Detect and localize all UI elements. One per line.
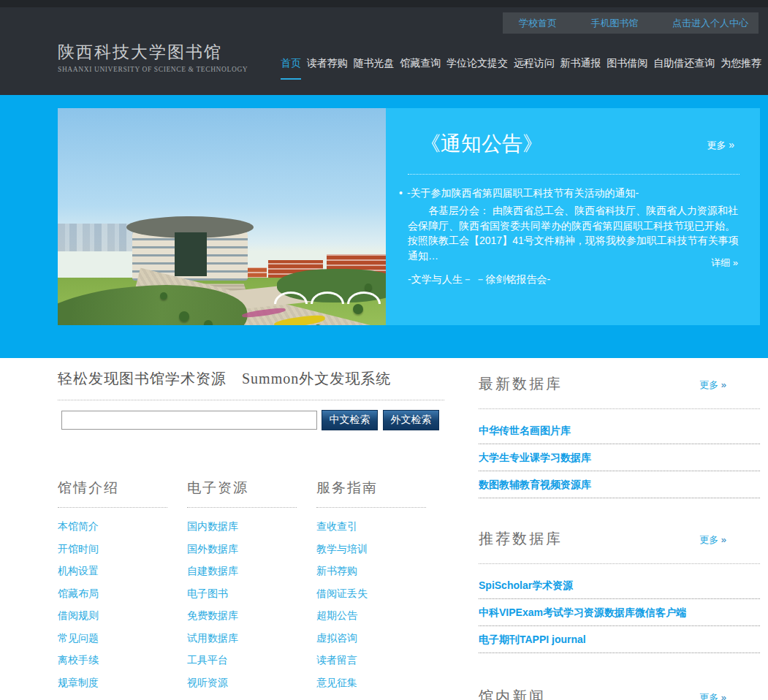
- nav-recommended-for-you[interactable]: 为您推荐: [721, 57, 761, 80]
- notice-item[interactable]: -文学与人生－ －徐剑铭报告会-: [408, 273, 550, 286]
- link-domestic-databases[interactable]: 国内数据库: [187, 520, 238, 532]
- foreign-search-button[interactable]: 外文检索: [383, 410, 439, 430]
- nav-home[interactable]: 首页: [281, 57, 301, 80]
- notice-panel-title: 《通知公告》: [420, 130, 543, 158]
- list-item: 自建数据库: [187, 560, 297, 582]
- database-list-item: 数图教辅教育视频资源库: [479, 471, 760, 498]
- topbar-link-school-home[interactable]: 学校首页: [519, 17, 557, 30]
- notice-item-title[interactable]: -关于参加陕西省第四届职工科技节有关活动的通知-: [407, 187, 639, 199]
- brand-title: 陕西科技大学图书馆: [58, 41, 248, 64]
- list-item: 规章制度: [58, 672, 167, 694]
- nav-reader-recommend[interactable]: 读者荐购: [307, 57, 348, 80]
- nav-book-cd[interactable]: 随书光盘: [354, 57, 395, 80]
- db-link-tappi-journal[interactable]: 电子期刊TAPPI journal: [479, 634, 586, 645]
- latest-databases-more-link[interactable]: 更多 »: [699, 378, 726, 392]
- db-link-vipexam-wechat[interactable]: 中科VIPExam考试学习资源数据库微信客户端: [479, 606, 686, 618]
- database-list-item: 电子期刊TAPPI journal: [479, 626, 760, 653]
- database-list-item: 中科VIPExam考试学习资源数据库微信客户端: [479, 599, 760, 626]
- nav-remote-access[interactable]: 远程访问: [514, 57, 555, 80]
- database-list-item: 中华传世名画图片库: [479, 417, 760, 444]
- column-divider: [58, 507, 167, 508]
- link-feedback[interactable]: 意见征集: [316, 677, 357, 688]
- header-top-strip: [0, 0, 768, 7]
- column-library-intro: 馆情介绍 本馆简介 开馆时间 机构设置 馆藏布局 借阅规则 常见问题 离校手续 …: [58, 479, 167, 693]
- list-item: 本馆简介: [58, 515, 167, 538]
- link-faq[interactable]: 常见问题: [58, 632, 99, 644]
- db-link-chinese-paintings[interactable]: 中华传世名画图片库: [479, 425, 571, 436]
- library-news-more-link[interactable]: 更多 »: [699, 691, 726, 700]
- photo-tree: [160, 292, 167, 300]
- nav-catalog-search[interactable]: 馆藏查询: [400, 57, 441, 80]
- chinese-search-button[interactable]: 中文检索: [322, 410, 378, 430]
- topbar-link-personal-center[interactable]: 点击进入个人中心: [672, 17, 748, 30]
- link-regulations[interactable]: 规章制度: [58, 677, 99, 688]
- double-chevron-right-icon: »: [721, 534, 726, 545]
- column-title: 馆情介绍: [58, 479, 167, 498]
- notice-detail-link[interactable]: 详细 »: [711, 256, 738, 270]
- nav-self-checkout-query[interactable]: 自助借还查询: [653, 57, 715, 80]
- db-link-college-courses[interactable]: 大学生专业课学习数据库: [479, 452, 591, 463]
- link-av-resources[interactable]: 视听资源: [187, 677, 228, 688]
- topbar-link-mobile-library[interactable]: 手机图书馆: [591, 17, 639, 30]
- nav-new-book-report[interactable]: 新书通报: [560, 57, 601, 80]
- double-chevron-right-icon: »: [721, 692, 726, 700]
- link-borrow-rules[interactable]: 借阅规则: [58, 609, 99, 621]
- link-foreign-databases[interactable]: 国外数据库: [187, 543, 238, 555]
- link-organization[interactable]: 机构设置: [58, 565, 99, 577]
- nav-thesis-submit[interactable]: 学位论文提交: [446, 57, 508, 80]
- notice-panel: 《通知公告》 更多 » •-关于参加陕西省第四届职工科技节有关活动的通知- 各基…: [386, 108, 760, 325]
- list-item: 读者留言: [316, 649, 426, 672]
- link-tool-platform[interactable]: 工具平台: [187, 654, 228, 666]
- list-item: 查收查引: [316, 515, 426, 538]
- link-trial-databases[interactable]: 试用数据库: [187, 632, 238, 644]
- link-lost-card[interactable]: 借阅证丢失: [316, 587, 368, 599]
- link-opening-hours[interactable]: 开馆时间: [58, 543, 99, 555]
- photo-tree: [365, 284, 372, 291]
- recommended-databases-more-link[interactable]: 更多 »: [699, 533, 726, 547]
- column-divider: [187, 507, 297, 508]
- link-self-built-databases[interactable]: 自建数据库: [187, 565, 238, 577]
- photo-tree: [179, 311, 189, 322]
- list-item: 免费数据库: [187, 604, 297, 627]
- discovery-title: 轻松发现图书馆学术资源 Summon外文发现系统: [58, 369, 444, 389]
- site-header: 学校首页 手机图书馆 点击进入个人中心 陕西科技大学图书馆 SHAANXI UN…: [0, 0, 768, 95]
- search-input[interactable]: [61, 411, 317, 430]
- sidebar-section-library-news: 馆内新闻 更多 »: [479, 687, 760, 700]
- list-item: 意见征集: [316, 672, 426, 694]
- discovery-search-section: 轻松发现图书馆学术资源 Summon外文发现系统 中文检索 外文检索: [58, 369, 444, 430]
- topbar: 学校首页 手机图书馆 点击进入个人中心: [503, 12, 759, 34]
- more-label: 更多: [699, 692, 718, 700]
- notice-more-label: 更多: [707, 140, 726, 151]
- link-ebooks[interactable]: 电子图书: [187, 587, 228, 599]
- link-citation-check[interactable]: 查收查引: [316, 520, 357, 532]
- link-virtual-reference[interactable]: 虚拟咨询: [316, 632, 357, 644]
- list-item: 机构设置: [58, 560, 167, 582]
- link-teaching-training[interactable]: 教学与培训: [316, 543, 368, 555]
- notice-more-link[interactable]: 更多 »: [707, 139, 734, 152]
- link-reader-message[interactable]: 读者留言: [316, 654, 357, 666]
- link-collection-layout[interactable]: 馆藏布局: [58, 587, 99, 599]
- more-label: 更多: [699, 379, 718, 390]
- list-item: 电子图书: [187, 582, 297, 605]
- list-item: 开馆时间: [58, 538, 167, 560]
- bullet-icon: •: [399, 187, 403, 199]
- nav-book-borrow[interactable]: 图书借阅: [607, 57, 647, 80]
- link-overdue-notice[interactable]: 超期公告: [316, 609, 357, 621]
- link-leaving-procedure[interactable]: 离校手续: [58, 654, 99, 666]
- link-free-databases[interactable]: 免费数据库: [187, 609, 238, 621]
- hero-band: 《通知公告》 更多 » •-关于参加陕西省第四届职工科技节有关活动的通知- 各基…: [0, 95, 768, 358]
- list-item: 虚拟咨询: [316, 627, 426, 650]
- sidebar-section-latest-databases: 最新数据库 更多 » 中华传世名画图片库 大学生专业课学习数据库 数图教辅教育视…: [479, 374, 760, 498]
- link-library-overview[interactable]: 本馆简介: [58, 520, 99, 532]
- notice-item[interactable]: •-关于参加陕西省第四届职工科技节有关活动的通知-: [399, 187, 740, 200]
- notice-item-excerpt: 各基层分会： 由陕西省总工会、陕西省科技厅、陕西省人力资源和社会保障厅、陕西省国…: [408, 203, 741, 263]
- sidebar-section-recommended-databases: 推荐数据库 更多 » SpiScholar学术资源 中科VIPExam考试学习资…: [479, 529, 760, 653]
- list-item: 教学与培训: [316, 538, 426, 560]
- db-link-education-video[interactable]: 数图教辅教育视频资源库: [479, 479, 591, 490]
- brand-subtitle: SHAANXI UNIVERSITY OF SCIENCE & TECHNOLO…: [58, 66, 248, 73]
- link-new-book-recommend[interactable]: 新书荐购: [316, 565, 357, 577]
- list-item: 国外数据库: [187, 538, 297, 560]
- db-link-spischolar[interactable]: SpiScholar学术资源: [479, 579, 573, 591]
- double-chevron-right-icon: »: [721, 379, 726, 390]
- sidebar-divider: [479, 408, 760, 409]
